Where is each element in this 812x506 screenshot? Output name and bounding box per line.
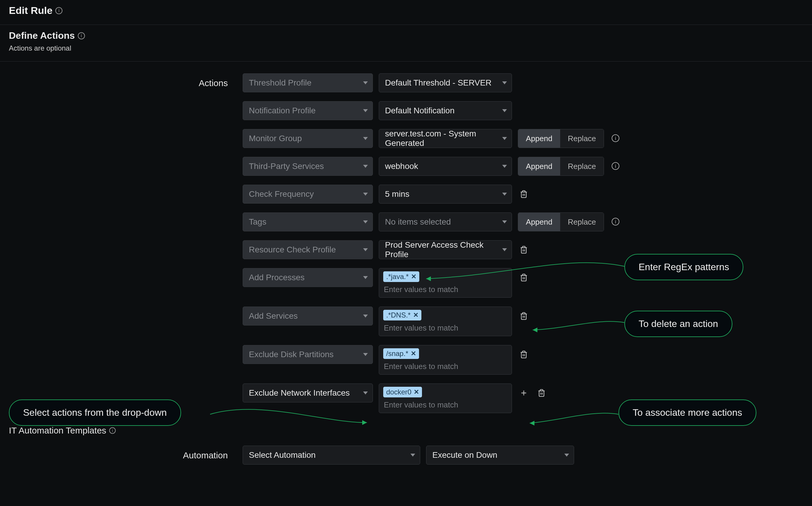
info-icon[interactable]: i [109,427,116,434]
tag-row: .*DNS.* ✕ [383,310,508,321]
action-key-value: Exclude Network Interfaces [249,388,350,398]
action-key-select[interactable]: Check Frequency [243,185,373,203]
replace-button[interactable]: Replace [560,213,604,231]
action-key-select[interactable]: Monitor Group [243,129,373,148]
tag-placeholder: Enter values to match [383,399,508,413]
threshold-value-select[interactable]: Default Threshold - SERVER [379,73,512,92]
action-key-select[interactable]: Exclude Disk Partitions [243,345,373,364]
chevron-down-icon [502,137,507,140]
chevron-down-icon [363,221,368,224]
action-key-value: Third-Party Services [249,162,324,171]
remove-tag-icon[interactable]: ✕ [414,388,419,396]
page-title-row: Edit Rule i [9,5,63,16]
row-threshold-profile: Actions Threshold Profile Default Thresh… [9,73,812,92]
action-key-select[interactable]: Tags [243,213,373,231]
define-actions-subtitle: Actions are optional [9,44,803,53]
chevron-down-icon [363,109,368,112]
tag-row: docker0 ✕ [383,387,508,397]
replace-button[interactable]: Replace [560,129,604,148]
it-automation-title: IT Automation Templates [9,425,106,436]
check-freq-value-select[interactable]: 5 mins [379,185,512,203]
third-party-value: webhook [385,162,418,171]
execute-on-value: Execute on Down [432,450,497,460]
notification-value: Default Notification [385,106,455,115]
action-key-select[interactable]: Third-Party Services [243,157,373,176]
page-root: Edit Rule i Define Actions i Actions are… [0,0,812,506]
third-party-value-select[interactable]: webhook [379,157,512,176]
info-icon[interactable]: i [55,7,63,14]
callout-more-actions: To associate more actions [619,400,756,426]
action-key-value: Exclude Disk Partitions [249,350,334,359]
tag-text: /snap.* [386,349,409,358]
action-key-select[interactable]: Notification Profile [243,101,373,120]
delete-icon[interactable] [518,188,530,200]
chevron-down-icon [502,165,507,168]
action-key-value: Check Frequency [249,189,314,199]
regex-tag: /snap.* ✕ [383,348,419,359]
chevron-down-icon [363,353,368,356]
notification-value-select[interactable]: Default Notification [379,101,512,120]
chevron-down-icon [564,453,569,456]
execute-on-select[interactable]: Execute on Down [426,446,574,465]
append-button[interactable]: Append [518,157,560,175]
action-key-select[interactable]: Add Processes [243,268,373,287]
info-icon[interactable]: i [612,134,619,142]
resource-check-value-select[interactable]: Prod Server Access Check Profile [379,240,512,259]
select-automation-value: Select Automation [249,450,316,460]
chevron-down-icon [363,276,368,279]
row-tags: Tags No items selected Append Replace i [9,213,812,231]
actions-label: Actions [9,73,237,88]
delete-icon[interactable] [518,272,530,283]
regex-tag: .*java.* ✕ [383,271,419,282]
info-icon[interactable]: i [78,32,85,39]
delete-icon[interactable] [518,310,530,322]
chevron-down-icon [363,315,368,318]
action-key-select[interactable]: Threshold Profile [243,73,373,92]
action-key-value: Add Services [249,311,298,321]
services-tag-input[interactable]: .*DNS.* ✕ Enter values to match [379,307,512,336]
append-button[interactable]: Append [518,213,560,231]
monitor-group-value: server.test.com - System Generated [385,129,499,148]
replace-button[interactable]: Replace [560,157,604,175]
append-replace-toggle: Append Replace [518,129,604,148]
network-tag-input[interactable]: docker0 ✕ Enter values to match [379,384,512,413]
remove-tag-icon[interactable]: ✕ [411,350,416,357]
tag-text: .*DNS.* [386,311,411,319]
regex-tag: docker0 ✕ [383,387,422,397]
tags-value-select[interactable]: No items selected [379,213,512,231]
define-actions-header: Define Actions i Actions are optional [0,25,812,62]
remove-tag-icon[interactable]: ✕ [411,273,416,280]
resource-check-value: Prod Server Access Check Profile [385,240,499,259]
info-icon[interactable]: i [612,162,619,170]
monitor-group-value-select[interactable]: server.test.com - System Generated [379,129,512,148]
remove-tag-icon[interactable]: ✕ [413,311,419,319]
tag-placeholder: Enter values to match [383,322,508,336]
it-automation-title-row: IT Automation Templates i [9,425,116,436]
row-monitor-group: Monitor Group server.test.com - System G… [9,129,812,148]
append-button[interactable]: Append [518,129,560,148]
delete-icon[interactable] [518,244,530,256]
add-icon[interactable] [518,387,530,399]
delete-icon[interactable] [518,349,530,360]
callout-delete: To delete an action [624,311,732,337]
tag-row: /snap.* ✕ [383,348,508,359]
threshold-value: Default Threshold - SERVER [385,78,491,88]
action-key-value: Resource Check Profile [249,245,336,254]
action-key-select[interactable]: Exclude Network Interfaces [243,384,373,403]
action-key-select[interactable]: Add Services [243,307,373,326]
info-icon[interactable]: i [612,218,619,226]
disk-tag-input[interactable]: /snap.* ✕ Enter values to match [379,345,512,374]
row-third-party: Third-Party Services webhook Append Repl… [9,157,812,176]
processes-tag-input[interactable]: .*java.* ✕ Enter values to match [379,268,512,298]
delete-icon[interactable] [536,387,547,399]
chevron-down-icon [502,109,507,112]
select-automation[interactable]: Select Automation [243,446,420,465]
define-actions-title: Define Actions [9,30,75,41]
define-actions-title-row: Define Actions i [9,30,85,41]
regex-tag: .*DNS.* ✕ [383,310,421,321]
append-replace-toggle: Append Replace [518,213,604,231]
chevron-down-icon [363,137,368,140]
info-wrapper: i [612,134,619,142]
row-notification-profile: Notification Profile Default Notificatio… [9,101,812,120]
action-key-select[interactable]: Resource Check Profile [243,240,373,259]
